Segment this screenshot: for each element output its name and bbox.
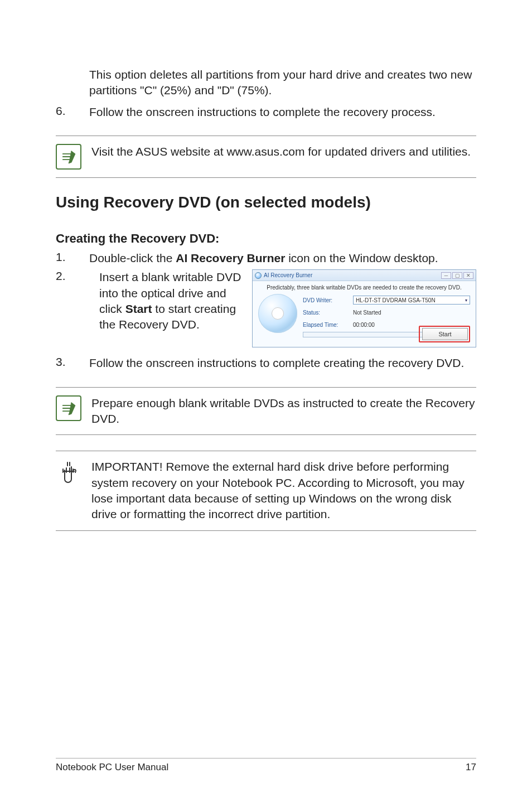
step-2: 2. Insert a blank writable DVD into the … xyxy=(56,269,476,347)
footer-page-number: 17 xyxy=(466,762,476,773)
text-pre: Double-click the xyxy=(89,252,176,264)
step-6: 6. Follow the onscreen instructions to c… xyxy=(56,104,476,120)
start-button[interactable]: Start xyxy=(422,328,468,340)
text-bold: Start xyxy=(125,302,152,315)
disc-image xyxy=(258,294,297,333)
window-title: AI Recovery Burner xyxy=(264,272,312,278)
note-website: Visit the ASUS website at www.asus.com f… xyxy=(56,136,476,178)
close-button[interactable]: ✕ xyxy=(463,272,473,279)
important-text: IMPORTANT! Remove the external hard disk… xyxy=(91,459,476,522)
maximize-button[interactable]: ▢ xyxy=(452,272,462,279)
window-message: Predictably, three blank writable DVDs a… xyxy=(258,284,470,291)
footer-title: Notebook PC User Manual xyxy=(56,762,168,773)
note-prepare-dvds: Prepare enough blank writable DVDs as in… xyxy=(56,387,476,436)
step-text: Follow the onscreen instructions to comp… xyxy=(89,355,476,371)
note-text: Prepare enough blank writable DVDs as in… xyxy=(91,395,476,427)
elapsed-value: 00:00:00 xyxy=(353,322,375,328)
chevron-down-icon: ▾ xyxy=(465,298,467,303)
important-block: IMPORTANT! Remove the external hard disk… xyxy=(56,451,476,530)
subheading: Creating the Recovery DVD: xyxy=(56,231,476,246)
ai-recovery-burner-window: AI Recovery Burner ─ ▢ ✕ Predictably, th… xyxy=(252,269,476,347)
minimize-button[interactable]: ─ xyxy=(441,272,451,279)
step-1: 1. Double-click the AI Recovery Burner i… xyxy=(56,250,476,266)
step-number: 2. xyxy=(56,269,89,347)
step-text: Double-click the AI Recovery Burner icon… xyxy=(89,250,476,266)
step-3: 3. Follow the onscreen instructions to c… xyxy=(56,355,476,371)
writer-label: DVD Writer: xyxy=(303,297,353,303)
important-icon xyxy=(56,459,81,490)
writer-select[interactable]: HL-DT-ST DVDRAM GSA-T50N ▾ xyxy=(353,296,470,305)
text-bold: AI Recovery Burner xyxy=(176,252,285,264)
step-text: Insert a blank writable DVD into the opt… xyxy=(99,269,242,347)
writer-value: HL-DT-ST DVDRAM GSA-T50N xyxy=(356,297,436,303)
option-description: This option deletes all partitions from … xyxy=(89,67,476,99)
step-number: 6. xyxy=(56,104,89,120)
step-number: 3. xyxy=(56,355,89,371)
elapsed-label: Elapsed Time: xyxy=(303,322,353,328)
note-icon xyxy=(56,395,81,421)
step-number: 1. xyxy=(56,250,89,266)
note-text: Visit the ASUS website at www.asus.com f… xyxy=(91,144,471,160)
note-icon xyxy=(56,144,81,170)
disc-icon xyxy=(255,272,262,279)
progress-bar xyxy=(303,332,442,337)
text-post: icon on the Window desktop. xyxy=(285,252,438,264)
section-heading: Using Recovery DVD (on selected models) xyxy=(56,194,476,211)
status-label: Status: xyxy=(303,310,353,316)
step-text: Follow the onscreen instructions to comp… xyxy=(89,104,476,120)
status-value: Not Started xyxy=(353,310,381,316)
window-titlebar: AI Recovery Burner ─ ▢ ✕ xyxy=(253,270,476,281)
page-footer: Notebook PC User Manual 17 xyxy=(56,758,476,773)
